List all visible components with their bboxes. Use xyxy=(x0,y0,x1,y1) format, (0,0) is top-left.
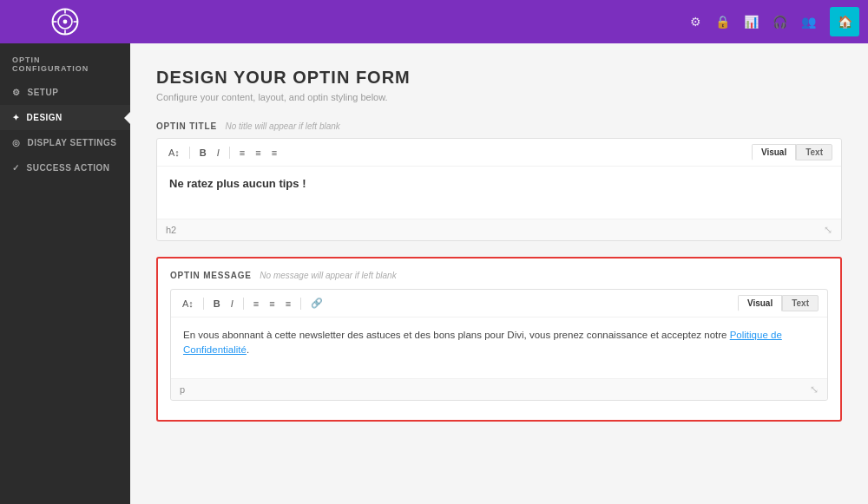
toolbar-divider-msg-3 xyxy=(300,298,301,310)
optin-title-toolbar: A↕ B I ≡ ≡ ≡ Visual Text xyxy=(157,139,841,167)
main-container: ⚙ 🔒 📊 🎧 👥 🏠 DESIGN YOUR OPTIN FORM Confi… xyxy=(130,0,868,504)
toolbar-divider xyxy=(189,147,190,159)
page-title: DESIGN YOUR OPTIN FORM xyxy=(156,68,842,88)
sidebar-section-title: OPTIN CONFIGURATION xyxy=(0,43,130,80)
optin-message-format-buttons: A↕ B I ≡ ≡ ≡ 🔗 xyxy=(180,297,326,310)
bold-btn[interactable]: B xyxy=(197,147,209,159)
sidebar-item-label: DESIGN xyxy=(27,113,62,122)
optin-title-tag: h2 xyxy=(166,225,176,235)
gear-nav-icon[interactable]: ⚙ xyxy=(690,15,701,29)
optin-title-format-buttons: A↕ B I ≡ ≡ ≡ xyxy=(166,147,279,159)
font-size-btn-msg[interactable]: A↕ xyxy=(180,298,196,310)
optin-message-text: En vous abonnant à cette newsletter des … xyxy=(183,328,815,358)
eye-icon: ◎ xyxy=(12,138,21,147)
svg-point-2 xyxy=(63,20,68,24)
optin-message-tag: p xyxy=(180,384,185,395)
optin-message-content[interactable]: En vous abonnant à cette newsletter des … xyxy=(171,317,827,378)
font-size-btn[interactable]: A↕ xyxy=(166,147,182,159)
align-left-btn[interactable]: ≡ xyxy=(237,147,247,159)
optin-title-footer: h2 ⤡ xyxy=(157,219,841,240)
optin-message-footer: p ⤡ xyxy=(171,378,827,400)
sidebar-item-display-settings[interactable]: ◎ DISPLAY SETTINGS xyxy=(0,130,130,155)
italic-btn-msg[interactable]: I xyxy=(228,298,236,310)
text-btn-msg[interactable]: Text xyxy=(782,295,819,311)
optin-title-section: OPTIN TITLE No title will appear if left… xyxy=(156,121,842,241)
sidebar-item-success-action[interactable]: ✓ SUCCESS ACTION xyxy=(0,155,130,180)
text-btn[interactable]: Text xyxy=(796,144,832,160)
bold-btn-msg[interactable]: B xyxy=(211,298,223,310)
optin-title-content[interactable]: Ne ratez plus aucun tips ! xyxy=(157,167,841,219)
sidebar-item-setup[interactable]: ⚙ SETUP xyxy=(0,80,130,105)
align-right-btn[interactable]: ≡ xyxy=(269,147,279,159)
link-btn-msg[interactable]: 🔗 xyxy=(308,297,326,310)
toolbar-divider-msg-2 xyxy=(243,298,244,310)
sidebar-item-label: DISPLAY SETTINGS xyxy=(28,138,117,147)
gear-icon: ⚙ xyxy=(12,88,21,97)
sidebar-item-design[interactable]: ✦ DESIGN xyxy=(0,105,130,130)
optin-message-label: OPTIN MESSAGE No message will appear if … xyxy=(170,271,828,280)
optin-message-toolbar: A↕ B I ≡ ≡ ≡ 🔗 Visual Text xyxy=(171,290,827,317)
topnav: ⚙ 🔒 📊 🎧 👥 🏠 xyxy=(130,0,868,43)
align-center-btn[interactable]: ≡ xyxy=(253,147,263,159)
visual-btn[interactable]: Visual xyxy=(752,144,796,160)
optin-title-label: OPTIN TITLE No title will appear if left… xyxy=(156,121,842,131)
italic-btn[interactable]: I xyxy=(214,147,222,159)
optin-message-view-toggle: Visual Text xyxy=(738,295,819,311)
optin-message-editor: A↕ B I ≡ ≡ ≡ 🔗 Visual Text xyxy=(170,289,828,401)
optin-message-section: OPTIN MESSAGE No message will appear if … xyxy=(156,257,842,422)
barchart-nav-icon[interactable]: 📊 xyxy=(744,15,759,29)
sidebar-item-label: SUCCESS ACTION xyxy=(27,163,110,173)
brush-icon: ✦ xyxy=(12,113,20,122)
align-right-btn-msg[interactable]: ≡ xyxy=(283,298,293,310)
sidebar-item-label: SETUP xyxy=(28,88,59,97)
content-area: DESIGN YOUR OPTIN FORM Configure your co… xyxy=(130,43,868,504)
users-nav-icon[interactable]: 👥 xyxy=(801,15,816,29)
optin-title-view-toggle: Visual Text xyxy=(752,144,832,160)
check-icon: ✓ xyxy=(12,163,20,173)
page-subtitle: Configure your content, layout, and opti… xyxy=(156,92,842,102)
optin-title-editor: A↕ B I ≡ ≡ ≡ Visual Text Ne r xyxy=(156,138,842,241)
align-center-btn-msg[interactable]: ≡ xyxy=(266,298,277,310)
sidebar-logo xyxy=(0,0,130,43)
sidebar: OPTIN CONFIGURATION ⚙ SETUP ✦ DESIGN ◎ D… xyxy=(0,0,130,504)
align-left-btn-msg[interactable]: ≡ xyxy=(251,298,261,310)
toolbar-divider-2 xyxy=(229,147,230,159)
headset-nav-icon[interactable]: 🎧 xyxy=(773,15,787,29)
home-nav-icon[interactable]: 🏠 xyxy=(830,7,859,36)
toolbar-divider-msg xyxy=(203,298,204,310)
resize-handle-msg[interactable]: ⤡ xyxy=(810,383,819,396)
lock-nav-icon[interactable]: 🔒 xyxy=(715,15,730,29)
resize-handle[interactable]: ⤡ xyxy=(824,224,832,236)
visual-btn-msg[interactable]: Visual xyxy=(738,295,782,311)
